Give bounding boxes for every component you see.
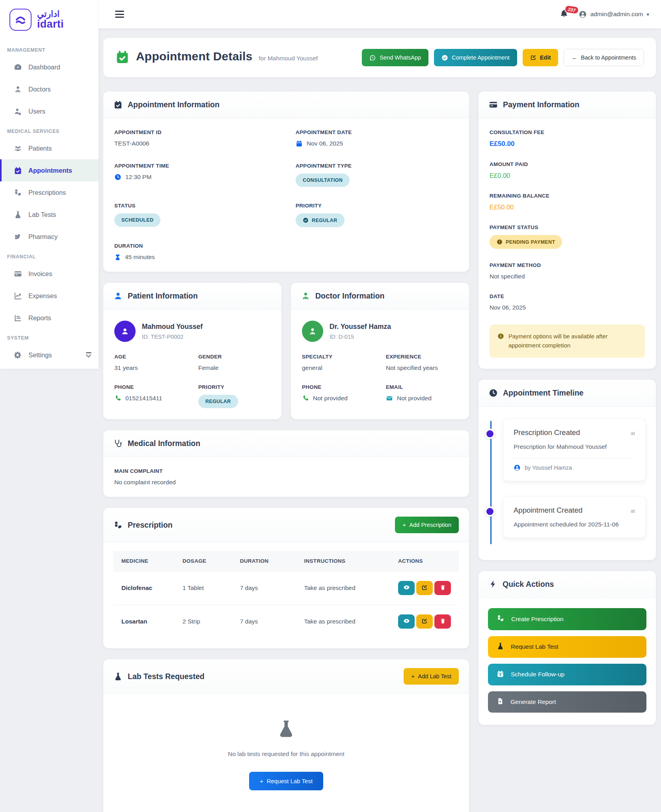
page-header: Appointment Details for Mahmoud Youssef …	[103, 38, 656, 77]
notifications-button[interactable]: 237	[560, 9, 568, 19]
eye-icon	[403, 584, 410, 592]
appointment-type-badge: CONSULTATION	[296, 174, 350, 187]
view-button[interactable]	[398, 581, 415, 595]
back-label: Back to Appointments	[581, 54, 636, 61]
payment-note-alert: Payment options will be available after …	[490, 325, 645, 358]
edit-button[interactable]	[416, 581, 433, 595]
request-lab-test-button[interactable]: Request Lab Test	[488, 636, 646, 658]
card-title: Appointment Timeline	[503, 388, 583, 398]
event-title: Appointment Created	[514, 506, 583, 515]
doctor-name: Dr. Youssef Hamza	[330, 323, 391, 331]
edit-button[interactable]	[416, 614, 433, 629]
pills-icon	[13, 188, 22, 197]
request-lab-test-button[interactable]: + Request Lab Test	[249, 772, 323, 790]
sidebar-item-label: Appointments	[28, 167, 72, 174]
users-icon	[13, 107, 22, 116]
patient-name: Mahmoud Youssef	[142, 323, 203, 331]
timeline-event: Prescription Created at Prescription for…	[479, 418, 646, 481]
field-payment-date: DATE Nov 06, 2025	[490, 293, 645, 311]
event-title: Prescription Created	[514, 428, 580, 437]
sidebar-item-lab-tests[interactable]: Lab Tests	[0, 203, 99, 226]
field-experience: EXPERIENCE Not specified years	[386, 354, 458, 371]
field-appointment-id: APPOINTMENT ID TEST-A0006	[114, 129, 277, 147]
user-menu[interactable]: admin@admin.com ▾	[579, 10, 649, 19]
generate-report-button[interactable]: Generate Report	[488, 691, 646, 713]
timeline-dot	[485, 429, 495, 439]
flask-icon	[13, 210, 22, 219]
view-button[interactable]	[398, 614, 415, 629]
card-title: Patient Information	[128, 291, 198, 301]
doctor-id: ID: D-015	[330, 334, 391, 340]
calendar-plus-icon	[497, 670, 504, 679]
chevron-down-icon[interactable]	[86, 352, 91, 358]
sidebar-item-label: Users	[28, 108, 45, 115]
sidebar-item-doctors[interactable]: Doctors	[0, 78, 99, 100]
add-prescription-button[interactable]: + Add Prescription	[395, 517, 459, 533]
back-to-appointments-button[interactable]: ← Back to Appointments	[564, 49, 644, 66]
content: Appointment Details for Mahmoud Youssef …	[99, 28, 661, 812]
prescription-card: Prescription + Add Prescription	[103, 508, 469, 648]
event-time: at	[631, 430, 635, 436]
patient-id: ID: TEST-P0002	[142, 334, 203, 340]
edit-button[interactable]: Edit	[523, 49, 558, 66]
table-row: Losartan 2 Strip 7 days Take as prescrib…	[114, 605, 459, 638]
sidebar-item-prescriptions[interactable]: Prescriptions	[0, 181, 99, 203]
create-prescription-button[interactable]: Create Prescription	[488, 608, 646, 630]
field-email: EMAIL Not provided	[386, 384, 458, 402]
field-remaining-balance: REMAINING BALANCE E£50.00	[490, 193, 645, 211]
menu-toggle-button[interactable]	[113, 8, 127, 20]
nav-group-management: MANAGEMENT	[0, 41, 99, 56]
schedule-follow-up-button[interactable]: Schedule Follow-up	[488, 664, 646, 685]
hourglass-icon	[114, 254, 121, 261]
clock-icon	[489, 388, 498, 398]
user-circle-icon	[579, 10, 587, 19]
bar-chart-icon	[13, 314, 22, 322]
credit-card-icon	[489, 100, 498, 109]
sidebar-item-label: Doctors	[28, 86, 51, 93]
sidebar-item-appointments[interactable]: Appointments	[0, 159, 99, 181]
payment-note-text: Payment options will be available after …	[508, 332, 637, 350]
check-circle-icon	[441, 54, 448, 61]
check-circle-icon	[303, 217, 309, 223]
eye-icon	[403, 618, 410, 625]
nav-group-medical-services: MEDICAL SERVICES	[0, 122, 99, 137]
balance-value: E£50.00	[490, 203, 645, 211]
sidebar-item-expenses[interactable]: Expenses	[0, 285, 99, 307]
timeline-event: Appointment Created at Appointment sched…	[479, 496, 646, 538]
priority-badge: REGULAR	[198, 395, 238, 408]
field-age: AGE 31 years	[114, 354, 186, 371]
brand[interactable]: ادارتي idarti	[0, 0, 99, 41]
sidebar-item-users[interactable]: Users	[0, 100, 99, 122]
doctor-icon	[13, 85, 22, 93]
field-appointment-date: APPOINTMENT DATE Nov 06, 2025	[296, 129, 458, 147]
sidebar-item-patients[interactable]: Patients	[0, 137, 99, 159]
lab-tests-card: Lab Tests Requested + Add Lab Test N	[103, 659, 469, 812]
flask-icon	[276, 719, 296, 740]
sidebar-item-dashboard[interactable]: Dashboard	[0, 56, 99, 78]
sidebar-item-settings[interactable]: Settings	[0, 344, 99, 366]
field-gender: GENDER Female	[198, 354, 270, 371]
add-lab-test-button[interactable]: + Add Lab Test	[404, 668, 459, 685]
send-whatsapp-button[interactable]: Send WhatsApp	[362, 49, 428, 66]
phone-icon	[114, 395, 121, 402]
delete-button[interactable]	[434, 581, 451, 595]
doctor-information-card: Doctor Information Dr. Youssef Hamza	[291, 283, 469, 419]
sidebar-item-invoices[interactable]: Invoices	[0, 263, 99, 285]
fee-value: E£50.00	[490, 140, 645, 148]
phone-icon	[302, 395, 309, 402]
sidebar-item-reports[interactable]: Reports	[0, 307, 99, 329]
lab-tests-empty-state: No lab tests requested for this appointm…	[103, 694, 469, 812]
paid-value: E£0.00	[490, 172, 645, 179]
brand-logo-icon	[9, 9, 32, 31]
column-header: DURATION	[232, 551, 296, 571]
field-phone: PHONE 01521415411	[114, 384, 186, 408]
sidebar-item-label: Patients	[28, 145, 52, 152]
sidebar: ادارتي idarti MANAGEMENT Dashboard Docto…	[0, 0, 99, 369]
card-title: Lab Tests Requested	[128, 672, 205, 681]
complete-appointment-button[interactable]: Complete Appointment	[434, 49, 517, 66]
patient-avatar	[114, 321, 136, 342]
payment-status-badge: PENDING PAYMENT	[490, 235, 562, 249]
table-row: Diclofenac 1 Tablet 7 days Take as presc…	[114, 571, 459, 605]
delete-button[interactable]	[434, 614, 451, 629]
sidebar-item-pharmacy[interactable]: Pharmacy	[0, 226, 99, 248]
